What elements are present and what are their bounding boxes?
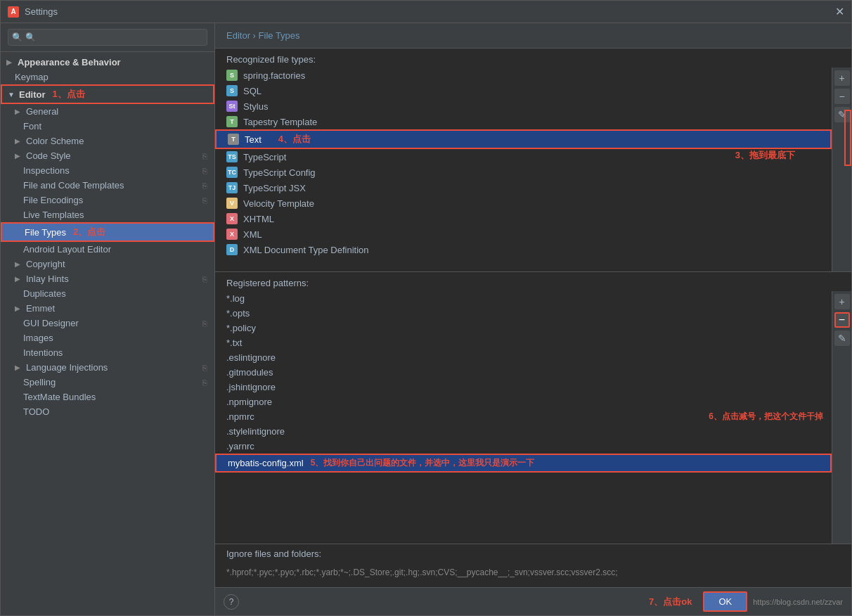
- arrow-icon: ▶: [15, 108, 22, 115]
- patterns-section: Registered patterns: *.log *.opts *.poli…: [215, 271, 851, 587]
- sidebar-item-file-types[interactable]: File Types 2、点击: [1, 222, 214, 242]
- pattern-item-mybatis[interactable]: mybatis-config.xml 5、找到你自己出问题的文件，并选中，这里我…: [215, 454, 832, 473]
- add-pattern-button[interactable]: +: [834, 294, 850, 309]
- file-type-icon: X: [226, 213, 238, 224]
- sidebar-item-label: Images: [23, 333, 53, 343]
- sidebar-item-copyright[interactable]: ▶ Copyright: [1, 257, 214, 271]
- file-type-name: Text: [245, 134, 262, 145]
- sidebar-item-label: GUI Designer: [23, 318, 79, 328]
- pattern-name: mybatis-config.xml: [228, 458, 304, 468]
- file-type-item[interactable]: TS TypeScript: [215, 149, 832, 165]
- file-type-actions: + − ✎: [832, 68, 851, 271]
- sidebar-item-gui-designer[interactable]: GUI Designer ⎘: [1, 316, 214, 331]
- window-title: Settings: [25, 6, 58, 17]
- sidebar-item-textmate[interactable]: TextMate Bundles: [1, 390, 214, 404]
- file-type-item[interactable]: TC TypeScript Config: [215, 165, 832, 180]
- copy-icon: ⎘: [202, 181, 207, 190]
- file-type-icon: V: [226, 198, 238, 209]
- annotation-file-types: 2、点击: [73, 226, 105, 238]
- remove-pattern-button[interactable]: −: [834, 312, 850, 328]
- sidebar-item-color-scheme[interactable]: ▶ Color Scheme: [1, 134, 214, 148]
- file-type-item[interactable]: S SQL: [215, 83, 832, 98]
- pattern-item[interactable]: *.policy: [215, 321, 832, 335]
- file-type-name: TypeScript JSX: [243, 183, 306, 193]
- file-type-icon: D: [226, 244, 238, 255]
- sidebar-item-appearance[interactable]: ▶ Appearance & Behavior: [1, 55, 214, 70]
- pattern-item[interactable]: .npmignore: [215, 394, 832, 409]
- sidebar-item-label: Editor: [19, 89, 46, 100]
- file-type-name: TypeScript: [243, 152, 286, 162]
- arrow-icon: ▶: [15, 275, 22, 283]
- settings-window: A Settings ✕ 🔍 ▶ Appearance & Behavior: [0, 0, 852, 616]
- sidebar-item-font[interactable]: Font: [1, 119, 214, 134]
- copy-icon: ⎘: [202, 378, 207, 387]
- sidebar-item-code-style[interactable]: ▶ Code Style ⎘: [1, 148, 214, 163]
- file-type-item[interactable]: S spring.factories: [215, 68, 832, 83]
- breadcrumb-parent: Editor: [226, 30, 250, 41]
- file-type-item[interactable]: V Velocity Template: [215, 195, 832, 211]
- breadcrumb: Editor › File Types: [215, 23, 851, 49]
- sidebar-item-language-injections[interactable]: ▶ Language Injections ⎘: [1, 360, 214, 375]
- annotation-editor: 1、点击: [53, 88, 85, 101]
- ok-button[interactable]: OK: [703, 591, 747, 612]
- copy-icon: ⎘: [202, 196, 207, 205]
- sidebar-item-intentions[interactable]: Intentions: [1, 345, 214, 360]
- sidebar-item-label: Appearance & Behavior: [18, 57, 121, 68]
- pattern-item[interactable]: *.log: [215, 291, 832, 306]
- sidebar-item-general[interactable]: ▶ General: [1, 104, 214, 119]
- sidebar-item-editor[interactable]: ▼ Editor 1、点击: [1, 84, 214, 104]
- close-button[interactable]: ✕: [835, 5, 844, 18]
- file-type-icon: T: [228, 134, 239, 145]
- help-button[interactable]: ?: [224, 594, 239, 610]
- file-type-item-text[interactable]: T Text 4、点击: [215, 129, 832, 149]
- arrow-icon: ▼: [8, 91, 15, 98]
- search-input[interactable]: [8, 29, 207, 46]
- pattern-item[interactable]: *.txt: [215, 335, 832, 350]
- search-icon: 🔍: [12, 32, 22, 42]
- patterns-label: Registered patterns:: [215, 272, 851, 291]
- sidebar-item-file-encodings[interactable]: File Encodings ⎘: [1, 193, 214, 207]
- sidebar-item-keymap[interactable]: Keymap: [1, 70, 214, 84]
- pattern-item[interactable]: .stylelintignore: [215, 424, 832, 439]
- edit-pattern-button[interactable]: ✎: [834, 331, 850, 346]
- copy-icon: ⎘: [202, 167, 207, 175]
- pattern-item[interactable]: *.opts: [215, 306, 832, 321]
- sidebar-item-emmet[interactable]: ▶ Emmet: [1, 301, 214, 316]
- pattern-item[interactable]: .yarnrc: [215, 439, 832, 454]
- sidebar-item-inlay-hints[interactable]: ▶ Inlay Hints ⎘: [1, 271, 214, 286]
- file-type-name: XML: [243, 229, 262, 240]
- sidebar-item-label: File Types: [25, 227, 66, 238]
- sidebar-item-label: Android Layout Editor: [23, 244, 111, 255]
- sidebar-item-todo[interactable]: TODO: [1, 404, 214, 419]
- file-type-item[interactable]: X XML: [215, 226, 832, 242]
- left-panel: 🔍 ▶ Appearance & Behavior Keymap ▼ Edito: [1, 23, 215, 615]
- edit-file-type-button[interactable]: ✎: [834, 107, 850, 122]
- remove-file-type-button[interactable]: −: [834, 89, 850, 104]
- sidebar-item-duplicates[interactable]: Duplicates: [1, 286, 214, 301]
- sidebar-item-file-code-templates[interactable]: File and Code Templates ⎘: [1, 178, 214, 193]
- file-type-item[interactable]: St Stylus: [215, 98, 832, 114]
- copy-icon: ⎘: [202, 152, 207, 160]
- sidebar-tree: ▶ Appearance & Behavior Keymap ▼ Editor …: [1, 52, 214, 615]
- file-type-icon: S: [226, 70, 238, 81]
- pattern-item[interactable]: .npmrc: [215, 409, 832, 424]
- arrow-icon: ▶: [15, 260, 22, 268]
- file-type-item[interactable]: D XML Document Type Definition: [215, 242, 832, 257]
- sidebar-item-inspections[interactable]: Inspections ⎘: [1, 163, 214, 178]
- file-type-icon: TS: [226, 151, 238, 162]
- pattern-item[interactable]: .gitmodules: [215, 365, 832, 380]
- patterns-list: *.log *.opts *.policy *.txt .eslintignor…: [215, 291, 832, 544]
- pattern-item[interactable]: .jshintignore: [215, 380, 832, 394]
- file-type-item[interactable]: TJ TypeScript JSX: [215, 180, 832, 195]
- sidebar-item-images[interactable]: Images: [1, 331, 214, 345]
- file-type-item[interactable]: X XHTML: [215, 211, 832, 226]
- sidebar-item-spelling[interactable]: Spelling ⎘: [1, 375, 214, 390]
- pattern-item[interactable]: .eslintignore: [215, 350, 832, 365]
- sidebar-item-live-templates[interactable]: Live Templates: [1, 207, 214, 222]
- sidebar-item-android-layout[interactable]: Android Layout Editor: [1, 242, 214, 257]
- file-types-content: Recognized file types: 3、拖到最底下 S spring.…: [215, 49, 851, 587]
- add-file-type-button[interactable]: +: [834, 70, 850, 86]
- file-type-name: Velocity Template: [243, 198, 314, 209]
- sidebar-item-label: Inlay Hints: [26, 274, 69, 284]
- file-type-item[interactable]: T Tapestry Template: [215, 114, 832, 129]
